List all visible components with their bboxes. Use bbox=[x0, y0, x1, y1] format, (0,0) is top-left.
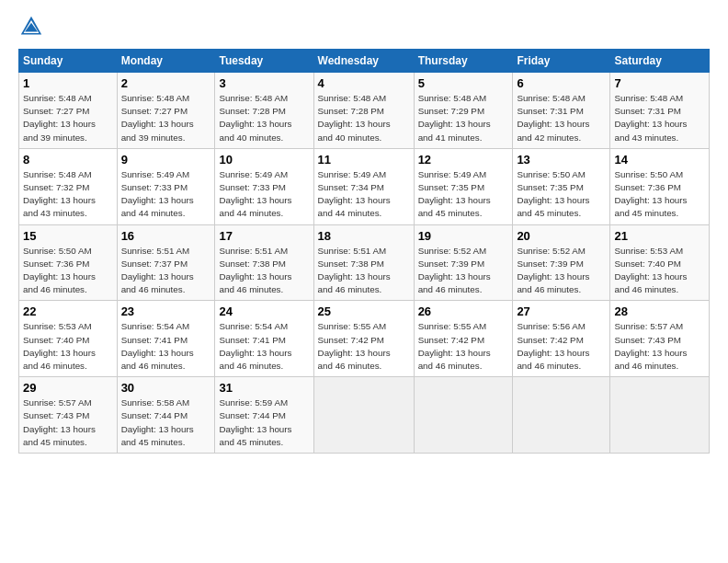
day-details: Sunrise: 5:49 AM Sunset: 7:34 PM Dayligh… bbox=[318, 168, 410, 221]
day-number: 24 bbox=[219, 304, 309, 318]
day-details: Sunrise: 5:51 AM Sunset: 7:37 PM Dayligh… bbox=[121, 245, 211, 297]
calendar-cell: 28 Sunrise: 5:57 AM Sunset: 7:43 PM Dayl… bbox=[610, 301, 710, 377]
day-number: 7 bbox=[614, 76, 705, 90]
col-wednesday: Wednesday bbox=[313, 50, 414, 73]
calendar-cell: 22 Sunrise: 5:53 AM Sunset: 7:40 PM Dayl… bbox=[19, 301, 118, 377]
day-number: 29 bbox=[23, 381, 113, 395]
day-details: Sunrise: 5:48 AM Sunset: 7:32 PM Dayligh… bbox=[23, 168, 113, 221]
day-number: 28 bbox=[614, 304, 705, 318]
day-number: 16 bbox=[121, 229, 211, 243]
calendar-cell: 9 Sunrise: 5:49 AM Sunset: 7:33 PM Dayli… bbox=[117, 148, 215, 224]
day-details: Sunrise: 5:51 AM Sunset: 7:38 PM Dayligh… bbox=[318, 245, 410, 297]
day-details: Sunrise: 5:53 AM Sunset: 7:40 PM Dayligh… bbox=[614, 245, 705, 297]
calendar-row: 8 Sunrise: 5:48 AM Sunset: 7:32 PM Dayli… bbox=[19, 148, 710, 224]
day-number: 22 bbox=[23, 304, 113, 318]
day-details: Sunrise: 5:52 AM Sunset: 7:39 PM Dayligh… bbox=[418, 245, 509, 297]
calendar-cell: 15 Sunrise: 5:50 AM Sunset: 7:36 PM Dayl… bbox=[19, 224, 118, 301]
day-details: Sunrise: 5:55 AM Sunset: 7:42 PM Dayligh… bbox=[418, 320, 509, 373]
calendar-cell bbox=[313, 377, 414, 454]
calendar-cell: 1 Sunrise: 5:48 AM Sunset: 7:27 PM Dayli… bbox=[19, 73, 118, 149]
calendar-row: 22 Sunrise: 5:53 AM Sunset: 7:40 PM Dayl… bbox=[19, 301, 710, 377]
day-number: 6 bbox=[517, 76, 606, 90]
calendar-table: Sunday Monday Tuesday Wednesday Thursday… bbox=[18, 49, 710, 454]
day-details: Sunrise: 5:55 AM Sunset: 7:42 PM Dayligh… bbox=[318, 320, 410, 373]
calendar-cell: 5 Sunrise: 5:48 AM Sunset: 7:29 PM Dayli… bbox=[414, 73, 513, 149]
day-details: Sunrise: 5:48 AM Sunset: 7:28 PM Dayligh… bbox=[219, 92, 309, 144]
day-number: 31 bbox=[219, 381, 309, 395]
day-number: 20 bbox=[517, 229, 606, 243]
day-details: Sunrise: 5:54 AM Sunset: 7:41 PM Dayligh… bbox=[219, 320, 309, 373]
day-number: 27 bbox=[517, 304, 606, 318]
day-number: 15 bbox=[23, 229, 113, 243]
calendar-cell: 2 Sunrise: 5:48 AM Sunset: 7:27 PM Dayli… bbox=[117, 73, 215, 149]
logo-icon bbox=[18, 14, 44, 40]
day-number: 17 bbox=[219, 229, 309, 243]
calendar-cell: 3 Sunrise: 5:48 AM Sunset: 7:28 PM Dayli… bbox=[215, 73, 313, 149]
day-number: 2 bbox=[121, 76, 211, 90]
day-number: 23 bbox=[121, 304, 211, 318]
calendar-cell: 8 Sunrise: 5:48 AM Sunset: 7:32 PM Dayli… bbox=[19, 148, 118, 224]
calendar-cell: 6 Sunrise: 5:48 AM Sunset: 7:31 PM Dayli… bbox=[513, 73, 610, 149]
calendar-cell: 20 Sunrise: 5:52 AM Sunset: 7:39 PM Dayl… bbox=[513, 224, 610, 301]
main-container: Sunday Monday Tuesday Wednesday Thursday… bbox=[0, 0, 728, 463]
day-details: Sunrise: 5:50 AM Sunset: 7:36 PM Dayligh… bbox=[23, 245, 113, 297]
day-number: 3 bbox=[219, 76, 309, 90]
col-monday: Monday bbox=[117, 50, 215, 73]
calendar-cell: 25 Sunrise: 5:55 AM Sunset: 7:42 PM Dayl… bbox=[313, 301, 414, 377]
calendar-cell: 29 Sunrise: 5:57 AM Sunset: 7:43 PM Dayl… bbox=[19, 377, 118, 454]
day-number: 21 bbox=[614, 229, 705, 243]
col-tuesday: Tuesday bbox=[215, 50, 313, 73]
day-number: 19 bbox=[418, 229, 509, 243]
calendar-cell bbox=[513, 377, 610, 454]
calendar-cell: 31 Sunrise: 5:59 AM Sunset: 7:44 PM Dayl… bbox=[215, 377, 313, 454]
day-details: Sunrise: 5:51 AM Sunset: 7:38 PM Dayligh… bbox=[219, 245, 309, 297]
day-details: Sunrise: 5:48 AM Sunset: 7:27 PM Dayligh… bbox=[23, 92, 113, 144]
col-saturday: Saturday bbox=[610, 50, 710, 73]
calendar-cell: 21 Sunrise: 5:53 AM Sunset: 7:40 PM Dayl… bbox=[610, 224, 710, 301]
calendar-cell: 12 Sunrise: 5:49 AM Sunset: 7:35 PM Dayl… bbox=[414, 148, 513, 224]
calendar-cell: 14 Sunrise: 5:50 AM Sunset: 7:36 PM Dayl… bbox=[610, 148, 710, 224]
calendar-cell: 18 Sunrise: 5:51 AM Sunset: 7:38 PM Dayl… bbox=[313, 224, 414, 301]
day-number: 4 bbox=[318, 76, 410, 90]
day-details: Sunrise: 5:54 AM Sunset: 7:41 PM Dayligh… bbox=[121, 320, 211, 373]
calendar-row: 1 Sunrise: 5:48 AM Sunset: 7:27 PM Dayli… bbox=[19, 73, 710, 149]
day-details: Sunrise: 5:49 AM Sunset: 7:35 PM Dayligh… bbox=[418, 168, 509, 221]
day-number: 11 bbox=[318, 153, 410, 167]
day-details: Sunrise: 5:48 AM Sunset: 7:31 PM Dayligh… bbox=[614, 92, 705, 144]
calendar-cell: 27 Sunrise: 5:56 AM Sunset: 7:42 PM Dayl… bbox=[513, 301, 610, 377]
day-number: 10 bbox=[219, 153, 309, 167]
calendar-cell bbox=[610, 377, 710, 454]
calendar-cell: 16 Sunrise: 5:51 AM Sunset: 7:37 PM Dayl… bbox=[117, 224, 215, 301]
day-details: Sunrise: 5:49 AM Sunset: 7:33 PM Dayligh… bbox=[219, 168, 309, 221]
day-details: Sunrise: 5:50 AM Sunset: 7:36 PM Dayligh… bbox=[614, 168, 705, 221]
calendar-row: 15 Sunrise: 5:50 AM Sunset: 7:36 PM Dayl… bbox=[19, 224, 710, 301]
calendar-cell: 4 Sunrise: 5:48 AM Sunset: 7:28 PM Dayli… bbox=[313, 73, 414, 149]
day-number: 8 bbox=[23, 153, 113, 167]
col-sunday: Sunday bbox=[19, 50, 118, 73]
day-number: 9 bbox=[121, 153, 211, 167]
calendar-cell: 19 Sunrise: 5:52 AM Sunset: 7:39 PM Dayl… bbox=[414, 224, 513, 301]
calendar-cell: 26 Sunrise: 5:55 AM Sunset: 7:42 PM Dayl… bbox=[414, 301, 513, 377]
day-number: 1 bbox=[23, 76, 113, 90]
logo bbox=[18, 14, 48, 40]
day-number: 26 bbox=[418, 304, 509, 318]
day-details: Sunrise: 5:49 AM Sunset: 7:33 PM Dayligh… bbox=[121, 168, 211, 221]
day-number: 25 bbox=[318, 304, 410, 318]
col-friday: Friday bbox=[513, 50, 610, 73]
day-number: 30 bbox=[121, 381, 211, 395]
day-details: Sunrise: 5:48 AM Sunset: 7:29 PM Dayligh… bbox=[418, 92, 509, 144]
header bbox=[18, 14, 710, 40]
day-details: Sunrise: 5:52 AM Sunset: 7:39 PM Dayligh… bbox=[517, 245, 606, 297]
calendar-cell: 17 Sunrise: 5:51 AM Sunset: 7:38 PM Dayl… bbox=[215, 224, 313, 301]
calendar-cell: 30 Sunrise: 5:58 AM Sunset: 7:44 PM Dayl… bbox=[117, 377, 215, 454]
calendar-cell: 11 Sunrise: 5:49 AM Sunset: 7:34 PM Dayl… bbox=[313, 148, 414, 224]
day-details: Sunrise: 5:48 AM Sunset: 7:31 PM Dayligh… bbox=[517, 92, 606, 144]
calendar-cell: 23 Sunrise: 5:54 AM Sunset: 7:41 PM Dayl… bbox=[117, 301, 215, 377]
day-details: Sunrise: 5:57 AM Sunset: 7:43 PM Dayligh… bbox=[23, 396, 113, 449]
calendar-cell: 24 Sunrise: 5:54 AM Sunset: 7:41 PM Dayl… bbox=[215, 301, 313, 377]
day-details: Sunrise: 5:53 AM Sunset: 7:40 PM Dayligh… bbox=[23, 320, 113, 373]
calendar-cell: 13 Sunrise: 5:50 AM Sunset: 7:35 PM Dayl… bbox=[513, 148, 610, 224]
day-number: 5 bbox=[418, 76, 509, 90]
day-number: 18 bbox=[318, 229, 410, 243]
day-number: 14 bbox=[614, 153, 705, 167]
